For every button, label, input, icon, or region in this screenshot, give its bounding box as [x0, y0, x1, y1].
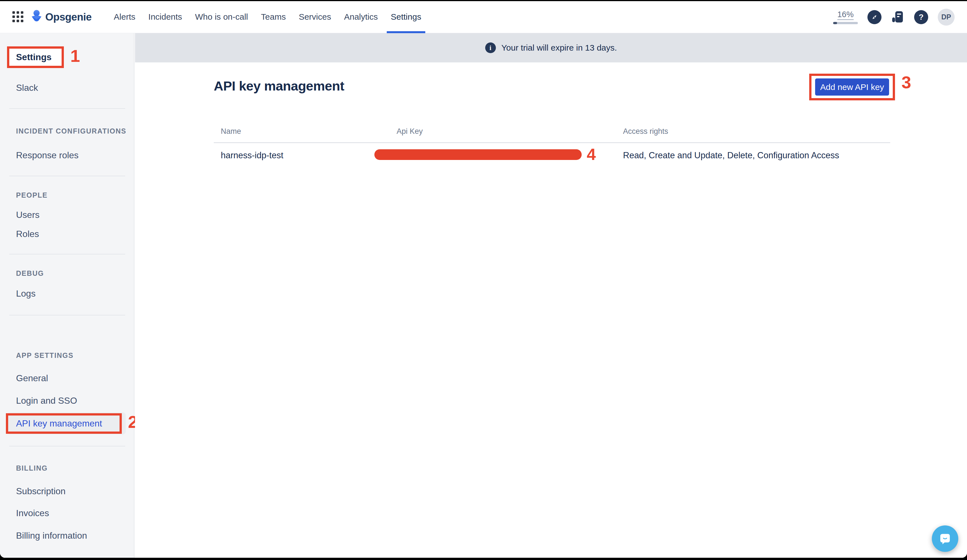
add-new-api-key-button[interactable]: Add new API key [815, 78, 889, 96]
sidebar-item-logs[interactable]: Logs [16, 288, 35, 299]
annotation-3: 3 [901, 72, 911, 92]
nav-item-services[interactable]: Services [292, 1, 338, 33]
chat-bubble-icon [937, 531, 953, 546]
opsgenie-logo-icon [31, 10, 43, 25]
sidebar-item-roles[interactable]: Roles [16, 228, 39, 239]
sidebar-section-debug: DEBUG [16, 269, 44, 277]
sidebar-item-invoices[interactable]: Invoices [16, 507, 49, 519]
sidebar-divider [9, 446, 125, 446]
navbar-right-controls: 16% ? DP [833, 9, 955, 26]
sidebar-divider [9, 108, 125, 109]
annotation-4: 4 [587, 145, 596, 164]
nav-item-incidents[interactable]: Incidents [142, 1, 188, 33]
sidebar-section-people: PEOPLE [16, 191, 48, 199]
primary-nav: Alerts Incidents Who is on-call Teams Se… [107, 1, 428, 33]
usage-progress-bar [833, 22, 858, 24]
nav-item-analytics[interactable]: Analytics [338, 1, 384, 33]
api-key-page: API key management Add new API key 3 Nam… [135, 63, 967, 558]
sidebar-item-users[interactable]: Users [16, 209, 40, 221]
table-header-divider [214, 142, 890, 143]
annotation-1: 1 [70, 46, 80, 66]
sidebar-item-login-and-sso[interactable]: Login and SSO [16, 395, 77, 406]
sidebar-divider [9, 315, 125, 315]
sidebar-item-settings[interactable]: Settings [7, 46, 64, 68]
app-window: Opsgenie Alerts Incidents Who is on-call… [0, 1, 967, 558]
table-header-access-rights: Access rights [623, 127, 668, 136]
usage-percent-label: 16% [837, 10, 854, 20]
sidebar-item-response-roles[interactable]: Response roles [16, 150, 79, 161]
sidebar-item-slack[interactable]: Slack [16, 82, 38, 93]
api-key-name-cell: harness-idp-test [221, 150, 283, 161]
nav-item-who-is-on-call[interactable]: Who is on-call [188, 1, 254, 33]
sidebar-section-app-settings: APP SETTINGS [16, 351, 74, 359]
info-icon: i [485, 43, 496, 53]
api-key-redaction-bar [375, 149, 582, 160]
table-header-name: Name [221, 127, 241, 136]
nav-item-teams[interactable]: Teams [254, 1, 292, 33]
user-avatar[interactable]: DP [938, 9, 955, 26]
top-navbar: Opsgenie Alerts Incidents Who is on-call… [0, 1, 967, 33]
sidebar-divider [9, 254, 125, 254]
sidebar-item-billing-information[interactable]: Billing information [16, 530, 87, 541]
compass-explore-icon[interactable] [868, 10, 881, 24]
main-content: i Your trial will expire in 13 days. API… [135, 33, 967, 558]
access-rights-cell: Read, Create and Update, Delete, Configu… [623, 150, 839, 161]
table-header-api-key: Api Key [397, 127, 423, 136]
api-key-management-label: API key management [16, 418, 102, 429]
app-switcher-icon[interactable] [12, 11, 24, 23]
trial-usage-meter[interactable]: 16% [833, 10, 858, 24]
page-title: API key management [214, 78, 344, 94]
help-icon[interactable]: ? [914, 10, 928, 24]
settings-sidebar: Settings 1 Slack INCIDENT CONFIGURATIONS… [0, 33, 134, 558]
nav-item-settings-active[interactable]: Settings [384, 1, 427, 33]
trial-banner: i Your trial will expire in 13 days. [135, 33, 967, 63]
sidebar-settings-label: Settings [16, 52, 51, 63]
sidebar-item-api-key-management[interactable]: API key management [6, 413, 122, 434]
sidebar-divider [9, 176, 125, 176]
whats-new-icon[interactable] [891, 10, 904, 24]
nav-item-alerts[interactable]: Alerts [107, 1, 142, 33]
annotation-box-3: Add new API key [809, 74, 895, 100]
sidebar-section-incident-configurations: INCIDENT CONFIGURATIONS [16, 127, 126, 135]
chat-launcher-button[interactable] [932, 525, 958, 552]
brand-title: Opsgenie [45, 11, 92, 23]
sidebar-item-general[interactable]: General [16, 372, 48, 384]
sidebar-item-subscription[interactable]: Subscription [16, 486, 66, 497]
sidebar-section-billing: BILLING [16, 464, 48, 472]
trial-banner-text: Your trial will expire in 13 days. [502, 43, 617, 53]
